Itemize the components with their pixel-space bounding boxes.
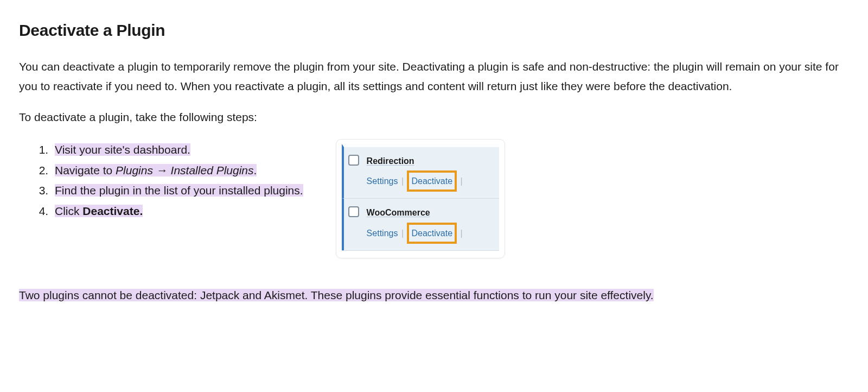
steps-and-screenshot-row: Visit your site's dashboard. Navigate to… [19,139,849,258]
step-2-installed: Installed Plugins [171,164,254,176]
action-separator: | [401,229,404,238]
settings-link: Settings [367,229,398,238]
plugin-body: Redirection Settings | Deactivate | [367,154,495,192]
step-1-text: Visit your site's dashboard. [55,143,190,156]
deactivate-highlight-box: Deactivate [407,223,457,244]
plugin-actions: Settings | Deactivate | [367,223,495,244]
plugin-row: WooCommerce Settings | Deactivate | [342,198,499,250]
deactivate-highlight-box: Deactivate [407,170,457,192]
settings-link: Settings [367,176,398,186]
note-text: Two plugins cannot be deactivated: Jetpa… [19,289,654,301]
plugin-body: WooCommerce Settings | Deactivate | [367,205,495,243]
step-2-pre: Navigate to [55,164,116,176]
deactivate-link: Deactivate [411,229,452,238]
action-separator: | [461,176,463,186]
note-paragraph: Two plugins cannot be deactivated: Jetpa… [19,286,849,305]
screenshot-footer [342,250,499,256]
plugin-name: WooCommerce [367,205,495,220]
step-2: Navigate to Plugins → Installed Plugins. [52,161,303,180]
action-separator: | [461,229,463,238]
lead-paragraph: To deactivate a plugin, take the followi… [19,108,849,127]
arrow-icon: → [153,164,171,176]
checkbox-icon [348,206,359,217]
step-2-plugins: Plugins [116,164,153,176]
step-3: Find the plugin in the list of your inst… [52,181,303,200]
step-4: Click Deactivate. [52,201,303,221]
action-separator: | [401,176,404,186]
screenshot-frame: Redirection Settings | Deactivate | WooC… [336,139,505,258]
plugin-actions: Settings | Deactivate | [367,170,495,192]
step-2-post: . [254,164,257,176]
intro-paragraph: You can deactivate a plugin to temporari… [19,57,849,96]
step-2-text: Navigate to Plugins → Installed Plugins. [55,164,257,176]
plugin-row: Redirection Settings | Deactivate | [342,144,499,198]
step-1: Visit your site's dashboard. [52,140,303,160]
steps-list: Visit your site's dashboard. Navigate to… [19,139,303,222]
checkbox-icon [348,155,359,166]
step-3-text: Find the plugin in the list of your inst… [55,184,303,197]
plugin-list-screenshot: Redirection Settings | Deactivate | WooC… [342,144,499,256]
step-4-bold: Deactivate. [82,205,143,217]
step-4-pre: Click [55,205,82,217]
plugin-name: Redirection [367,154,495,168]
section-heading: Deactivate a Plugin [19,16,849,44]
deactivate-link: Deactivate [411,176,452,186]
step-4-text: Click Deactivate. [55,205,143,217]
